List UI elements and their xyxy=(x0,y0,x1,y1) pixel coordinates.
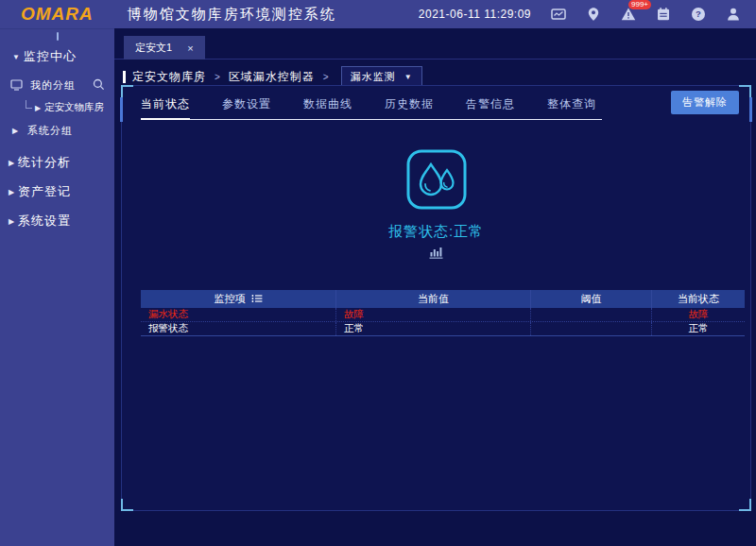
sidebar-handle[interactable] xyxy=(57,32,59,41)
sidebar-item-monitor-center[interactable]: ▼ 监控中心 xyxy=(0,46,114,67)
breadcrumb-separator: > xyxy=(215,72,220,82)
tab-overall-query[interactable]: 整体查询 xyxy=(547,96,596,112)
table-header-row: 监控项 当前值 阈值 当前状态 xyxy=(141,290,745,308)
tab-data-curve[interactable]: 数据曲线 xyxy=(303,96,352,112)
list-icon[interactable] xyxy=(251,294,263,305)
status-panel: 当前状态 参数设置 数据曲线 历史数据 告警信息 整体查询 告警解除 xyxy=(121,85,751,511)
cell-current-value: 正常 xyxy=(336,322,531,335)
dropdown-value: 漏水监测 xyxy=(351,70,396,84)
sidebar-item-system-settings[interactable]: ▶ 系统设置 xyxy=(0,211,114,231)
calendar-icon[interactable] xyxy=(656,7,671,22)
location-icon[interactable] xyxy=(586,7,601,22)
open-tabs-bar: 定安文1 × xyxy=(114,28,756,60)
sidebar-item-label: 系统分组 xyxy=(27,124,73,138)
cell-current-value: 故障 xyxy=(336,308,531,321)
top-header: OMARA 博物馆文物库房环境测控系统 2021-06-11 11:29:09 xyxy=(0,0,756,28)
app-window: OMARA 博物馆文物库房环境测控系统 2021-06-11 11:29:09 xyxy=(0,0,756,546)
sidebar-item-label: 定安文物库房 xyxy=(44,101,104,114)
datetime-display: 2021-06-11 11:29:09 xyxy=(419,8,531,21)
caret-down-icon: ▼ xyxy=(404,73,413,81)
tab-dingan[interactable]: 定安文1 × xyxy=(124,36,205,60)
water-drop-icon xyxy=(122,148,750,214)
alarm-count-badge: 999+ xyxy=(628,0,651,9)
sidebar-item-system-groups[interactable]: ▶ 系统分组 xyxy=(0,121,114,140)
tab-alarm-info[interactable]: 告警信息 xyxy=(466,96,515,112)
caret-right-icon: ▶ xyxy=(35,104,44,112)
alarm-bell-icon[interactable]: 999+ xyxy=(621,7,636,22)
alarm-clear-button[interactable]: 告警解除 xyxy=(671,91,739,114)
cell-monitor-item: 漏水状态 xyxy=(141,308,336,321)
tab-label: 定安文1 xyxy=(135,41,172,55)
table-header-current-value: 当前值 xyxy=(336,290,531,308)
monitor-table: 监控项 当前值 阈值 当前状态 漏水状态 xyxy=(141,290,745,336)
caret-right-icon: ▶ xyxy=(9,217,18,226)
sidebar-item-my-groups[interactable]: 我的分组 xyxy=(0,76,114,94)
sidebar-item-asset-register[interactable]: ▶ 资产登记 xyxy=(0,181,114,202)
caret-right-icon: ▶ xyxy=(9,159,18,167)
cell-current-state: 故障 xyxy=(652,308,745,321)
mini-chart-icon[interactable] xyxy=(122,246,750,263)
close-icon[interactable]: × xyxy=(187,43,193,54)
table-row-alarm-status[interactable]: 报警状态 正常 正常 xyxy=(141,322,745,336)
tab-current-status[interactable]: 当前状态 xyxy=(141,96,190,112)
breadcrumb-item-storage[interactable]: 定安文物库房 xyxy=(132,69,206,85)
device-status-block: 报警状态:正常 xyxy=(122,148,750,263)
breadcrumb-item-controller[interactable]: 区域漏水控制器 xyxy=(229,69,315,85)
header-right: 2021-06-11 11:29:09 999+ xyxy=(419,7,741,22)
user-icon[interactable] xyxy=(726,7,741,22)
sidebar-item-label: 系统设置 xyxy=(18,213,71,230)
tree-branch-icon xyxy=(26,100,32,109)
search-icon[interactable] xyxy=(93,78,105,93)
help-icon[interactable]: ? xyxy=(691,7,706,22)
cell-threshold xyxy=(531,322,652,335)
sidebar-item-dingan-storage[interactable]: ▶ 定安文物库房 xyxy=(0,99,114,116)
sidebar-item-statistics[interactable]: ▶ 统计分析 xyxy=(0,152,114,173)
table-header-threshold: 阈值 xyxy=(531,290,652,308)
cell-threshold xyxy=(531,308,652,321)
brand-logo: OMARA xyxy=(21,4,94,25)
sidebar-item-label: 监控中心 xyxy=(24,48,77,65)
main-area: 定安文1 × 定安文物库房 > 区域漏水控制器 > 漏水监测 ▼ xyxy=(114,28,756,546)
group-icon xyxy=(10,78,23,93)
breadcrumb-separator: > xyxy=(323,72,329,82)
tab-parameter-settings[interactable]: 参数设置 xyxy=(222,96,271,112)
alarm-status-text: 报警状态:正常 xyxy=(122,223,750,241)
table-header-current-state: 当前状态 xyxy=(652,290,745,308)
sidebar-item-label: 资产登记 xyxy=(18,183,71,200)
cell-monitor-item: 报警状态 xyxy=(141,322,336,335)
screen-icon[interactable] xyxy=(551,7,566,22)
sidebar-item-label: 统计分析 xyxy=(18,154,71,171)
panel-tabs-row: 当前状态 参数设置 数据曲线 历史数据 告警信息 整体查询 告警解除 xyxy=(122,86,750,120)
corner-accent xyxy=(739,499,751,511)
tab-history-data[interactable]: 历史数据 xyxy=(385,96,434,112)
sidebar-item-label: 我的分组 xyxy=(30,78,76,93)
sidebar-nav: ▼ 监控中心 我的分组 ▶ 定安文物库房 xyxy=(0,28,114,546)
table-row-leak-status[interactable]: 漏水状态 故障 故障 xyxy=(141,308,745,322)
svg-text:?: ? xyxy=(696,9,701,19)
breadcrumb-accent-bar xyxy=(123,71,126,83)
cell-current-state: 正常 xyxy=(652,322,745,335)
table-header-monitor-item[interactable]: 监控项 xyxy=(141,290,336,308)
app-title: 博物馆文物库房环境测控系统 xyxy=(128,6,336,24)
caret-right-icon: ▶ xyxy=(12,127,22,135)
caret-down-icon: ▼ xyxy=(12,53,22,61)
corner-accent xyxy=(121,499,133,511)
caret-right-icon: ▶ xyxy=(9,188,18,196)
